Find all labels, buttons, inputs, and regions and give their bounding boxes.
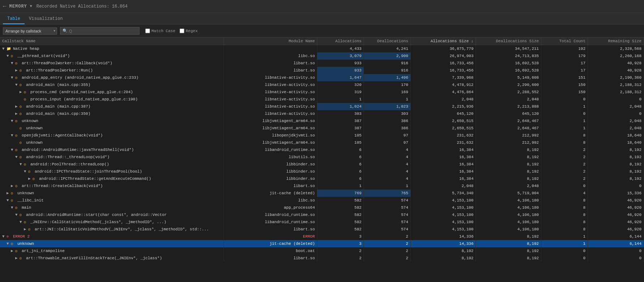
expand-icon[interactable]: ▶ bbox=[11, 248, 15, 253]
table-row[interactable]: ▼ ◎ openjdkjvmti::AgentCallback(void*) l… bbox=[0, 132, 644, 139]
alloc-size-cell: 645,120 bbox=[411, 110, 476, 117]
deallocations-cell: 765 bbox=[364, 190, 411, 197]
dealloc-size-cell: 8,192 bbox=[476, 168, 541, 175]
table-row[interactable]: ▼ ◎ main app_process64 582 574 4,153,100… bbox=[0, 204, 644, 211]
remaining-size-cell: 2,048 bbox=[588, 117, 644, 125]
table-row[interactable]: ▶ ◎ art_jni_trampoline boot.oat 2 2 8,19… bbox=[0, 247, 644, 255]
expand-icon[interactable]: ▼ bbox=[7, 242, 11, 246]
match-case-input[interactable] bbox=[145, 29, 150, 33]
expand-icon[interactable]: ▼ bbox=[20, 162, 24, 166]
table-row[interactable]: ▶ ◎ android::IPCThreadState::getAndExecu… bbox=[0, 175, 644, 182]
table-row[interactable]: ▼ ◎ android_app_entry (android_native_ap… bbox=[0, 74, 644, 81]
expand-icon[interactable]: ▶ bbox=[7, 191, 11, 195]
tab-visualization[interactable]: Visualization bbox=[25, 14, 67, 24]
col-module[interactable]: Module Name bbox=[224, 38, 317, 45]
regex-input[interactable] bbox=[180, 29, 184, 33]
expand-icon[interactable]: ▼ bbox=[11, 61, 15, 65]
table-row[interactable]: ▶ ◎ art::Thread::CreateCallback(void*) l… bbox=[0, 182, 644, 190]
table-row[interactable]: ▼ ◎ unknown libjvmtiagent_arm64.so 387 3… bbox=[0, 117, 644, 125]
expand-icon[interactable]: ▶ bbox=[28, 176, 33, 181]
expand-icon[interactable]: ▶ bbox=[20, 90, 24, 94]
expand-icon[interactable]: ▼ bbox=[20, 220, 24, 224]
table-row[interactable]: ▼ ◎ art::ThreadPoolWorker::Callback(void… bbox=[0, 60, 644, 67]
expand-icon[interactable]: ▶ bbox=[24, 227, 28, 231]
total-count-cell: 150 bbox=[541, 88, 588, 96]
module-cell: libandroid_runtime.so bbox=[224, 218, 317, 226]
table-row[interactable]: ▶ ◎ android_main (main.cpp:350) libnativ… bbox=[0, 110, 644, 117]
table-row[interactable]: ▼ ◎ android::IPCThreadState::joinThreadP… bbox=[0, 168, 644, 175]
table-row[interactable]: ▶ ◎ process_cmd (android_native_app_glue… bbox=[0, 88, 644, 96]
callstack-cell: ▶ ◎ process_cmd (android_native_app_glue… bbox=[0, 88, 224, 96]
table-row[interactable]: ▼ ⊗ ERROR 2 ERROR 3 2 14,336 8,192 1 6,1… bbox=[0, 233, 644, 240]
arrange-select-wrapper[interactable]: Arrange by callstack bbox=[3, 27, 57, 35]
expand-icon[interactable]: ▼ bbox=[11, 148, 15, 152]
func-icon: ◎ bbox=[20, 213, 25, 217]
callstack-cell: ◎ unknown bbox=[0, 125, 224, 132]
expand-icon[interactable]: ▶ bbox=[15, 256, 20, 260]
expand-icon[interactable]: ▼ bbox=[11, 119, 15, 123]
expand-icon[interactable]: ▼ bbox=[15, 83, 20, 87]
dealloc-size-cell: 8,192 bbox=[476, 161, 541, 168]
func-name: android::Thread::_threadLoop(void*) bbox=[26, 155, 110, 159]
table-row[interactable]: ▶ ◎ art::Throwable_nativeFillInStackTrac… bbox=[0, 255, 644, 262]
total-count-cell: 0 bbox=[541, 255, 588, 262]
table-row[interactable]: ▼ ◎ android::AndroidRuntime::javaThreadS… bbox=[0, 146, 644, 153]
expand-icon[interactable]: ▶ bbox=[11, 183, 15, 188]
alloc-size-cell: 16,384 bbox=[411, 175, 476, 182]
col-dealloc-size[interactable]: Deallocations Size bbox=[476, 38, 541, 45]
regex-checkbox[interactable]: Regex bbox=[180, 29, 198, 33]
expand-icon[interactable]: ▶ bbox=[15, 111, 20, 116]
tab-table[interactable]: Table bbox=[3, 14, 25, 24]
top-bar: ← MEMORY ▼ Recorded Native Allocations: … bbox=[0, 0, 644, 13]
table-row[interactable]: ▶ ◎ art::ThreadPoolWorker::Run() libart.… bbox=[0, 67, 644, 74]
table-row[interactable]: ▼ ◎ android_main (main.cpp:355) libnativ… bbox=[0, 81, 644, 88]
table-row[interactable]: ▼ 📁 Native heap 4,433 4,241 36,875,779 3… bbox=[0, 45, 644, 52]
arrange-select[interactable]: Arrange by callstack bbox=[3, 27, 57, 35]
table-row[interactable]: ▼ ◎ __pthread_start(void*) libc.so 3,079… bbox=[0, 52, 644, 60]
dealloc-size-cell: 212,992 bbox=[476, 139, 541, 146]
search-box[interactable]: 🔍 bbox=[60, 27, 139, 35]
table-row[interactable]: ◎ unknown libjvmtiagent_arm64.so 387 386… bbox=[0, 125, 644, 132]
table-row[interactable]: ▼ ◎ android::Thread::_threadLoop(void*) … bbox=[0, 153, 644, 161]
table-row[interactable]: ▼ ◎ _JNIEnv::CallStaticVoidMethod(_jclas… bbox=[0, 218, 644, 226]
table-row[interactable]: ▼ ◎ unknown jit-cache (deleted) 3 2 14,3… bbox=[0, 240, 644, 247]
expand-icon[interactable]: ▼ bbox=[7, 198, 11, 203]
search-input[interactable] bbox=[69, 29, 134, 33]
col-allocations[interactable]: Allocations bbox=[317, 38, 364, 45]
expand-icon[interactable]: ▼ bbox=[15, 213, 20, 217]
col-alloc-size[interactable]: Allocations Size ↓ bbox=[411, 38, 476, 45]
expand-icon[interactable]: ▼ bbox=[11, 75, 15, 80]
expand-icon[interactable]: ▼ bbox=[15, 155, 20, 159]
table-row[interactable]: ▶ ◎ android_main (main.cpp:387) libnativ… bbox=[0, 103, 644, 110]
memory-dropdown-icon[interactable]: ▼ bbox=[30, 4, 32, 8]
table-row[interactable]: ◎ unknown libjvmtiagent_arm64.so 105 97 … bbox=[0, 139, 644, 146]
remaining-size-cell: 6,144 bbox=[588, 240, 644, 247]
match-case-checkbox[interactable]: Match Case bbox=[145, 29, 175, 33]
col-remaining-size[interactable]: Remaining Size bbox=[588, 38, 644, 45]
table-row[interactable]: ▶ ◎ art::JNI::CallStaticVoidMethodV(_JNI… bbox=[0, 226, 644, 233]
expand-icon[interactable]: ▶ bbox=[15, 68, 20, 73]
expand-icon[interactable]: ▼ bbox=[11, 205, 15, 210]
checkbox-group: Match Case Regex bbox=[145, 29, 198, 33]
recorded-label: Recorded Native Allocations: 16.864 bbox=[37, 4, 128, 9]
expand-icon[interactable]: ▶ bbox=[15, 104, 20, 109]
module-cell: app_process64 bbox=[224, 204, 317, 211]
back-button[interactable]: ← bbox=[3, 3, 7, 10]
table-row[interactable]: ▼ ◎ android::PoolThread::threadLoop() li… bbox=[0, 161, 644, 168]
func-name: android_main (main.cpp:387) bbox=[26, 104, 90, 109]
allocations-cell: 2 bbox=[317, 255, 364, 262]
col-total-count[interactable]: Total Count bbox=[541, 38, 588, 45]
module-cell: libc.so bbox=[224, 197, 317, 204]
expand-icon[interactable]: ▼ bbox=[7, 54, 11, 58]
total-count-cell: 0 bbox=[541, 96, 588, 103]
expand-icon[interactable]: ▼ bbox=[24, 169, 28, 174]
col-callstack[interactable]: Callstack Name bbox=[0, 38, 224, 45]
expand-icon[interactable]: ▼ bbox=[11, 133, 15, 138]
table-row[interactable]: ▶ ◎ unknown jit-cache (deleted) 769 765 … bbox=[0, 190, 644, 197]
table-row[interactable]: ◎ process_input (android_native_app_glue… bbox=[0, 96, 644, 103]
col-deallocations[interactable]: Deallocations bbox=[364, 38, 411, 45]
table-row[interactable]: ▼ ◎ android::AndroidRuntime::start(char … bbox=[0, 211, 644, 218]
table-row[interactable]: ▼ ◎ __libc_init libc.so 582 574 4,153,10… bbox=[0, 197, 644, 204]
expand-icon[interactable]: ▼ bbox=[2, 47, 7, 51]
expand-icon[interactable]: ▼ bbox=[2, 234, 7, 239]
